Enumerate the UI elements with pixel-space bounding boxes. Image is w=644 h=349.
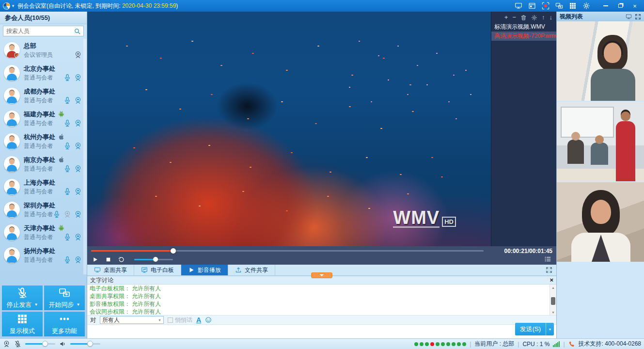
video-display[interactable]: WMV HD (87, 12, 491, 246)
mic-icon[interactable] (63, 188, 71, 195)
play-button[interactable] (92, 256, 98, 263)
message-input[interactable] (87, 325, 556, 337)
stop-speaking-button[interactable]: 停止发言▼ (2, 286, 43, 310)
status-dot (430, 342, 434, 346)
playlist-add-button[interactable]: + (504, 14, 508, 21)
scroll-down-icon[interactable]: ▼ (550, 309, 556, 315)
search-icon[interactable] (74, 28, 81, 35)
camera-icon[interactable] (74, 256, 82, 264)
sync-screens-icon[interactable] (555, 2, 563, 10)
replay-button[interactable] (118, 256, 125, 263)
speaker-volume-slider[interactable] (70, 343, 100, 345)
video-thumbnail-1[interactable] (557, 21, 644, 101)
mic-muted-icon[interactable] (14, 340, 21, 348)
participant-name: 天津办事处 (24, 224, 55, 233)
fullscreen-icon[interactable] (546, 267, 552, 273)
logo-caret-icon[interactable]: ▼ (11, 4, 15, 8)
volume-handle[interactable] (153, 257, 158, 262)
participant-row-chengdu[interactable]: 成都办事处 普通与会者 (0, 84, 87, 107)
recipient-select[interactable]: 所有人 ▼ (100, 316, 164, 324)
maximize-button[interactable] (614, 1, 627, 11)
display-mode-button[interactable]: 显示模式 (2, 312, 43, 336)
mic-icon[interactable] (63, 96, 71, 104)
emoji-icon[interactable] (205, 317, 212, 323)
chat-close-icon[interactable]: × (550, 277, 553, 283)
chat-collapse-handle[interactable] (311, 272, 332, 278)
progress-bar[interactable] (91, 250, 484, 252)
participant-row-tianjin[interactable]: 天津办事处 普通与会者 (0, 221, 87, 244)
stop-button[interactable] (105, 256, 111, 263)
send-caret-icon[interactable]: ▼ (546, 323, 554, 335)
speaker-volume-handle[interactable] (87, 341, 93, 347)
mic-icon[interactable] (63, 233, 71, 241)
player-volume-slider[interactable] (134, 259, 173, 260)
camera-icon[interactable] (74, 210, 82, 218)
window-layout-icon[interactable] (528, 2, 536, 10)
font-style-button[interactable]: A (196, 316, 201, 324)
mic-icon[interactable] (63, 165, 71, 173)
camera-icon[interactable] (74, 142, 82, 150)
send-button[interactable]: 发送(S) ▼ (515, 323, 554, 335)
participant-row-fujian[interactable]: 福建办事处 普通与会者 (0, 107, 87, 130)
checkbox-icon[interactable] (168, 317, 173, 323)
video-thumbnail-3[interactable] (557, 182, 644, 262)
playlist-settings-button[interactable] (531, 15, 537, 21)
settings-gear-icon[interactable] (582, 2, 590, 10)
mic-icon[interactable] (63, 119, 71, 127)
participant-role: 普通与会者 (24, 233, 53, 241)
mic-icon[interactable] (63, 256, 71, 264)
start-sync-button[interactable]: 开始同步▼ (44, 286, 85, 310)
camera-icon[interactable] (74, 165, 82, 173)
camera-icon[interactable] (74, 96, 82, 104)
scroll-up-icon[interactable]: ▲ (550, 285, 556, 290)
tab-media-play[interactable]: 影音播放 (181, 265, 228, 275)
participant-row-shanghai[interactable]: 上海办事处 普通与会者 (0, 175, 87, 198)
minimize-button[interactable] (599, 1, 612, 11)
expand-icon[interactable] (635, 14, 641, 20)
camera-icon[interactable] (74, 119, 82, 127)
participant-row-nanjing[interactable]: 南京办事处 普通与会者 (0, 153, 87, 175)
camera-icon[interactable] (74, 74, 82, 81)
mic-icon[interactable] (53, 210, 61, 218)
playlist-trash-button[interactable] (520, 15, 527, 21)
tab-desktop-share[interactable]: 桌面共享 (87, 265, 134, 275)
camera-icon[interactable] (74, 233, 82, 241)
speaker-icon[interactable] (59, 340, 66, 348)
playlist-item-active[interactable]: 高清演示视频-720P.wmv 删除 (491, 32, 556, 41)
mic-icon[interactable] (63, 142, 71, 150)
video-monitor-icon[interactable] (626, 14, 632, 20)
playlist-move-down-button[interactable]: ↓ (550, 14, 553, 21)
screen-share-icon[interactable] (514, 2, 522, 10)
participant-row-yangzhou[interactable]: 扬州办事处 普通与会者 (0, 244, 87, 267)
action-buttons: 停止发言▼ 开始同步▼ 显示模式 更多功能 (2, 286, 85, 336)
playlist-move-up-button[interactable]: ↑ (542, 14, 545, 21)
participant-row-shenzhen[interactable]: 深圳办事处 普通与会者 (0, 198, 87, 221)
scrollbar-thumb[interactable] (551, 297, 555, 305)
video-thumbnail-2[interactable] (557, 102, 644, 181)
mic-volume-slider[interactable] (25, 343, 55, 345)
participant-role: 普通与会者 (24, 210, 53, 219)
participant-row-beijing[interactable]: 北京办事处 普通与会者 (0, 62, 87, 84)
camera-icon[interactable] (74, 188, 82, 195)
playlist-remove-button[interactable]: − (512, 14, 516, 21)
more-features-button[interactable]: 更多功能 (44, 312, 85, 336)
mic-icon[interactable] (63, 74, 71, 81)
search-input[interactable] (3, 26, 84, 36)
close-button[interactable]: × (628, 1, 641, 11)
camera-status-icon[interactable] (3, 340, 10, 348)
participant-row-hangzhou[interactable]: 杭州办事处 普通与会者 (0, 130, 87, 153)
grid-icon[interactable] (568, 2, 577, 10)
tab-file-share[interactable]: 文件共享 (228, 265, 275, 275)
camera-disabled-icon[interactable] (63, 210, 71, 218)
record-icon[interactable] (541, 2, 550, 10)
playlist-toggle-icon[interactable] (544, 255, 551, 264)
progress-handle[interactable] (171, 248, 176, 254)
playlist-item[interactable]: 标清演示视频.WMV (491, 22, 556, 32)
chat-scrollbar[interactable]: ▲ ▼ (550, 285, 556, 315)
camera-icon[interactable] (74, 51, 82, 59)
whisper-checkbox[interactable]: 悄悄话 (168, 316, 192, 324)
mic-volume-handle[interactable] (42, 341, 48, 347)
participant-row-hq[interactable]: 总部 会议管理员 (0, 39, 87, 62)
chat-title: 文字讨论 (90, 276, 113, 285)
tab-whiteboard[interactable]: 电子白板 (134, 265, 181, 275)
